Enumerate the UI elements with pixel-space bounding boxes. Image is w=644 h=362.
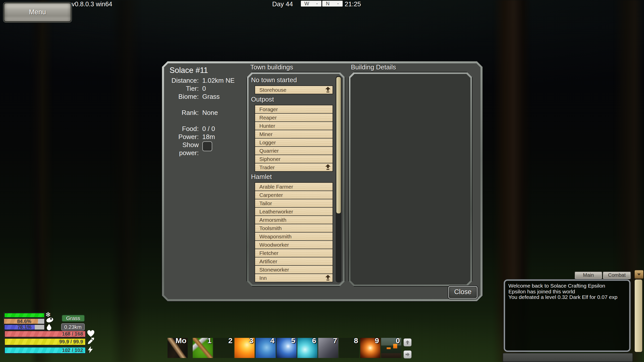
details-frame — [348, 72, 472, 287]
close-button[interactable]: Close — [448, 286, 477, 299]
info-row: Biome:Grass — [167, 93, 243, 101]
building-details-title: Building Details — [351, 63, 396, 71]
info-value: None — [202, 109, 243, 117]
building-label: Trader — [259, 164, 275, 170]
building-label: Inn — [259, 275, 267, 281]
hotbar-up-button[interactable] — [404, 338, 412, 346]
info-spacer — [167, 101, 243, 109]
building-button-inn[interactable]: Inn — [255, 274, 333, 282]
building-button-weaponsmith[interactable]: Weaponsmith — [255, 232, 333, 240]
hotbar-slot-4[interactable]: 4 — [256, 338, 276, 358]
building-group: ForagerReaperHunterMinerLoggerQuarrierSi… — [255, 105, 333, 172]
water-value: 76.1% — [5, 325, 44, 330]
hotbar-slot-0[interactable]: 0 — [381, 338, 401, 358]
building-button-toolsmith[interactable]: Toolsmith — [255, 224, 333, 232]
hotbar-slot-6[interactable]: 6 — [297, 338, 317, 358]
info-row: Power:18m — [167, 133, 243, 141]
stamina-value: 99.9 / 99.9 — [5, 339, 85, 345]
chat-input[interactable] — [503, 353, 633, 362]
temperature-bar — [4, 313, 45, 318]
hotbar-slot-9[interactable]: 9 — [360, 338, 380, 358]
building-button-tailor[interactable]: Tailor — [255, 199, 333, 207]
hotbar-slot-8[interactable]: 8 — [339, 338, 359, 358]
info-row: Distance:1.02km NE — [167, 76, 243, 84]
chat-message: Welcome back to Solace Crafting Epsilon — [508, 283, 627, 289]
food-value: 84.6% — [4, 319, 44, 324]
compass-dash: - — [316, 1, 318, 7]
building-button-stoneworker[interactable]: Stoneworker — [255, 265, 333, 274]
buildings-scrollbar-thumb[interactable] — [336, 76, 341, 214]
chevron-down-icon — [637, 273, 641, 276]
chat-scrollbar[interactable] — [634, 279, 643, 352]
energy-bar: 102 / 102 — [4, 347, 86, 354]
hotbar-key-label: 4 — [270, 336, 274, 345]
food-bar: 84.6% — [4, 318, 45, 324]
building-button-artificer[interactable]: Artificer — [255, 257, 333, 265]
hotbar-slot-3[interactable]: 3 — [234, 338, 255, 358]
building-button-forager[interactable]: Forager — [255, 105, 333, 113]
building-button-siphoner[interactable]: Siphoner — [255, 155, 333, 163]
building-group: Storehouse — [255, 85, 333, 94]
section-header: Hamlet — [251, 173, 333, 181]
building-label: Artificer — [259, 258, 277, 264]
building-button-carpenter[interactable]: Carpenter — [255, 191, 333, 199]
info-label: Rank: — [167, 109, 199, 117]
building-button-miner[interactable]: Miner — [255, 130, 333, 138]
info-label: Power: — [167, 133, 199, 141]
building-button-quarrier[interactable]: Quarrier — [255, 146, 333, 155]
building-group: Arable FarmerCarpenterTailorLeatherworke… — [255, 182, 333, 282]
hotbar-next-button[interactable] — [404, 350, 412, 358]
chat-tab-main[interactable]: Main — [575, 272, 602, 279]
upgrade-arrow-icon — [325, 87, 331, 95]
building-label: Logger — [259, 140, 276, 145]
building-button-logger[interactable]: Logger — [255, 138, 333, 146]
building-button-hunter[interactable]: Hunter — [255, 121, 333, 130]
buildings-scrollbar-track[interactable] — [335, 75, 342, 283]
hotbar-slot-5[interactable]: 5 — [276, 338, 297, 358]
info-label: Show power: — [167, 141, 199, 157]
info-value: 18m — [202, 133, 243, 141]
building-label: Quarrier — [259, 148, 279, 154]
hotbar-key-label: 9 — [375, 336, 379, 345]
hotbar-slot-1[interactable]: 1 — [193, 338, 213, 358]
energy-value: 102 / 102 — [5, 347, 85, 353]
hotbar-key-label: 0 — [396, 336, 400, 345]
info-label: Distance: — [167, 76, 199, 84]
info-value: 1.02km NE — [202, 76, 243, 84]
solace-title: Solace #11 — [170, 66, 208, 75]
building-button-trader[interactable]: Trader — [255, 163, 333, 171]
chat-dropdown-button[interactable] — [634, 270, 644, 279]
menu-button[interactable]: Menu — [4, 3, 71, 22]
show-power-checkbox[interactable] — [202, 141, 212, 151]
hotbar-key-label: 2 — [228, 336, 233, 345]
hotbar-slot-mo[interactable]: Mo — [168, 338, 188, 358]
building-label: Toolsmith — [259, 225, 282, 231]
hotbar-key-label: 6 — [312, 336, 316, 345]
temperature-bar-fill — [5, 313, 44, 317]
hotbar-slot-2[interactable]: 2 — [214, 338, 234, 358]
info-row: Show power: — [167, 141, 243, 149]
building-button-storehouse[interactable]: Storehouse — [255, 86, 333, 94]
building-label: Fletcher — [259, 250, 278, 256]
info-row: Rank:None — [167, 109, 243, 117]
clock: 21:25 — [345, 0, 361, 8]
info-label: Food: — [167, 125, 199, 133]
building-label: Hunter — [259, 123, 275, 129]
section-header: Village — [251, 284, 333, 284]
chat-tab-combat[interactable]: Combat — [603, 272, 631, 279]
game-screen: Menu v0.8.0.3 win64 Day 44 W - N - 21:25… — [0, 0, 644, 362]
building-button-leatherworker[interactable]: Leatherworker — [255, 207, 333, 215]
day-counter: Day 44 — [272, 0, 293, 8]
compass-center-tick — [321, 1, 322, 7]
building-button-reaper[interactable]: Reaper — [255, 113, 333, 121]
water-bar: 76.1% — [4, 324, 45, 330]
building-button-woodworker[interactable]: Woodworker — [255, 240, 333, 249]
hotbar-key-label: 8 — [354, 336, 358, 345]
building-button-fletcher[interactable]: Fletcher — [255, 249, 333, 257]
info-value: 0 / 0 — [202, 125, 243, 133]
hotbar-slot-7[interactable]: 7 — [318, 338, 338, 358]
bolt-icon — [87, 346, 94, 354]
compass-segment: W - — [301, 1, 321, 7]
building-button-arable-farmer[interactable]: Arable Farmer — [255, 183, 333, 191]
building-button-armorsmith[interactable]: Armorsmith — [255, 215, 333, 224]
